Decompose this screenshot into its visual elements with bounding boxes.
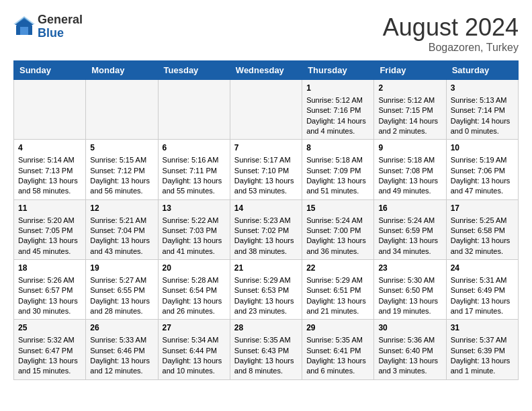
day-info: Daylight: 13 hours	[90, 236, 153, 246]
calendar-cell: 3Sunrise: 5:13 AMSunset: 7:14 PMDaylight…	[446, 80, 518, 140]
calendar-table: SundayMondayTuesdayWednesdayThursdayFrid…	[13, 60, 519, 380]
day-number: 3	[451, 83, 514, 94]
day-number: 19	[90, 263, 153, 274]
day-info: Daylight: 13 hours	[306, 236, 369, 246]
calendar-cell: 9Sunrise: 5:18 AMSunset: 7:08 PMDaylight…	[374, 140, 446, 199]
day-info: Sunrise: 5:25 AM	[451, 216, 514, 226]
day-info: and 55 minutes.	[163, 186, 226, 196]
day-info: and 3 minutes.	[378, 366, 441, 376]
col-header-saturday: Saturday	[446, 61, 518, 80]
day-info: Sunrise: 5:24 AM	[306, 216, 369, 226]
day-number: 31	[451, 322, 514, 334]
day-info: Sunset: 7:08 PM	[378, 166, 441, 176]
day-info: Sunset: 6:47 PM	[18, 346, 81, 356]
calendar-week-2: 11Sunrise: 5:20 AMSunset: 7:05 PMDayligh…	[14, 199, 519, 259]
day-info: Sunrise: 5:12 AM	[378, 95, 441, 105]
day-info: Sunset: 6:58 PM	[451, 226, 514, 236]
day-info: Sunrise: 5:18 AM	[306, 155, 369, 165]
calendar-cell: 31Sunrise: 5:37 AMSunset: 6:39 PMDayligh…	[446, 320, 518, 379]
day-info: Daylight: 13 hours	[234, 176, 298, 186]
day-number: 8	[306, 142, 369, 154]
day-info: Sunrise: 5:19 AM	[451, 155, 514, 165]
day-number: 20	[163, 263, 226, 274]
calendar-cell: 8Sunrise: 5:18 AMSunset: 7:09 PMDaylight…	[302, 140, 374, 199]
calendar-week-3: 18Sunrise: 5:26 AMSunset: 6:57 PMDayligh…	[14, 260, 519, 320]
day-info: Daylight: 13 hours	[234, 236, 298, 246]
day-info: Sunrise: 5:16 AM	[163, 155, 226, 165]
day-number: 5	[90, 142, 153, 154]
col-header-thursday: Thursday	[302, 61, 374, 80]
day-info: Sunrise: 5:21 AM	[90, 216, 153, 226]
day-info: Sunrise: 5:37 AM	[451, 335, 514, 345]
day-info: Sunrise: 5:28 AM	[163, 275, 226, 285]
day-info: Sunset: 6:51 PM	[306, 285, 369, 295]
calendar-cell: 28Sunrise: 5:35 AMSunset: 6:43 PMDayligh…	[230, 320, 302, 379]
col-header-friday: Friday	[374, 61, 446, 80]
day-info: Daylight: 13 hours	[378, 176, 441, 186]
day-number: 13	[163, 203, 226, 214]
day-info: and 56 minutes.	[90, 186, 153, 196]
day-number: 2	[378, 83, 441, 94]
day-info: Daylight: 13 hours	[451, 236, 514, 246]
calendar-cell: 4Sunrise: 5:14 AMSunset: 7:13 PMDaylight…	[14, 140, 86, 199]
day-info: Sunset: 6:53 PM	[234, 285, 298, 295]
calendar-cell: 6Sunrise: 5:16 AMSunset: 7:11 PMDaylight…	[158, 140, 230, 199]
day-info: and 45 minutes.	[18, 246, 81, 257]
calendar-cell	[230, 80, 302, 140]
day-info: and 41 minutes.	[163, 246, 226, 257]
page-header: General Blue August 2024 Bogazoren, Turk…	[13, 13, 519, 54]
calendar-week-0: 1Sunrise: 5:12 AMSunset: 7:16 PMDaylight…	[14, 80, 519, 140]
day-info: Sunrise: 5:30 AM	[378, 275, 441, 285]
calendar-cell: 1Sunrise: 5:12 AMSunset: 7:16 PMDaylight…	[302, 80, 374, 140]
day-info: Daylight: 13 hours	[234, 296, 298, 306]
day-info: and 2 minutes.	[378, 126, 441, 136]
day-info: Daylight: 13 hours	[306, 296, 369, 306]
day-info: and 19 minutes.	[378, 306, 441, 316]
day-info: and 21 minutes.	[306, 306, 369, 316]
day-info: Daylight: 13 hours	[90, 296, 153, 306]
day-info: and 53 minutes.	[234, 186, 298, 196]
day-info: Sunrise: 5:32 AM	[18, 335, 81, 345]
day-info: and 34 minutes.	[378, 246, 441, 257]
day-info: Daylight: 13 hours	[306, 356, 369, 366]
day-info: and 8 minutes.	[234, 366, 298, 376]
day-info: Sunset: 7:14 PM	[451, 105, 514, 116]
day-info: Daylight: 13 hours	[451, 176, 514, 186]
day-info: Sunrise: 5:34 AM	[163, 335, 226, 345]
day-info: Sunrise: 5:13 AM	[451, 95, 514, 105]
day-info: and 30 minutes.	[18, 306, 81, 316]
day-number: 18	[18, 263, 81, 274]
calendar-week-4: 25Sunrise: 5:32 AMSunset: 6:47 PMDayligh…	[14, 320, 519, 379]
day-info: Sunset: 6:49 PM	[451, 285, 514, 295]
day-info: Sunset: 7:02 PM	[234, 226, 298, 236]
day-number: 25	[18, 322, 81, 334]
day-number: 23	[378, 263, 441, 274]
calendar-cell: 13Sunrise: 5:22 AMSunset: 7:03 PMDayligh…	[158, 199, 230, 259]
day-info: Sunset: 6:41 PM	[306, 346, 369, 356]
day-info: Sunset: 7:04 PM	[90, 226, 153, 236]
calendar-cell: 12Sunrise: 5:21 AMSunset: 7:04 PMDayligh…	[86, 199, 158, 259]
col-header-tuesday: Tuesday	[158, 61, 230, 80]
day-number: 7	[234, 142, 298, 154]
calendar-cell: 26Sunrise: 5:33 AMSunset: 6:46 PMDayligh…	[86, 320, 158, 379]
day-number: 16	[378, 203, 441, 214]
day-info: Sunset: 6:59 PM	[378, 226, 441, 236]
day-info: and 6 minutes.	[306, 366, 369, 376]
location-subtitle: Bogazoren, Turkey	[383, 42, 519, 54]
day-info: Daylight: 13 hours	[90, 176, 153, 186]
day-info: and 36 minutes.	[306, 246, 369, 257]
day-info: Daylight: 13 hours	[378, 356, 441, 366]
day-number: 11	[18, 203, 81, 214]
day-info: and 51 minutes.	[306, 186, 369, 196]
day-info: and 17 minutes.	[451, 306, 514, 316]
day-info: Daylight: 13 hours	[451, 296, 514, 306]
day-info: Sunset: 7:16 PM	[306, 105, 369, 116]
day-number: 28	[234, 322, 298, 334]
day-info: Daylight: 13 hours	[163, 236, 226, 246]
day-info: Sunset: 7:05 PM	[18, 226, 81, 236]
calendar-cell: 24Sunrise: 5:31 AMSunset: 6:49 PMDayligh…	[446, 260, 518, 320]
day-info: Sunrise: 5:22 AM	[163, 216, 226, 226]
day-info: and 15 minutes.	[18, 366, 81, 376]
day-info: and 26 minutes.	[163, 306, 226, 316]
day-info: Sunrise: 5:15 AM	[90, 155, 153, 165]
